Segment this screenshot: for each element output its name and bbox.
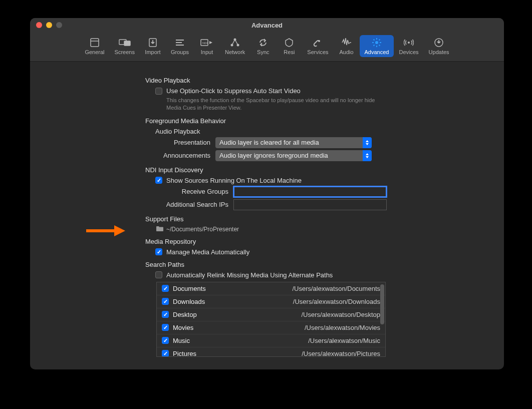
table-row[interactable]: Downloads/Users/alexwatson/Downloads (157, 295, 385, 308)
minimize-button[interactable] (46, 22, 52, 28)
toolbar-label: Audio (339, 49, 353, 55)
video-playback-heading: Video Playback (145, 77, 484, 84)
scrollbar[interactable] (380, 284, 384, 324)
toolbar-advanced[interactable]: Advanced (360, 35, 394, 57)
table-row[interactable]: Documents/Users/alexwatson/Documents (157, 282, 385, 295)
toolbar-groups[interactable]: Groups (166, 35, 194, 57)
toolbar-label: Screens (115, 49, 135, 55)
support-files-path: ~/Documents/ProPresenter (166, 226, 239, 233)
resi-icon (283, 37, 296, 48)
path-value: /Users/alexwatson/Desktop (238, 311, 380, 318)
path-checkbox[interactable] (162, 324, 169, 331)
ndi-heading: NDI Input Discovery (145, 166, 484, 174)
toolbar-label: Devices (399, 49, 418, 55)
presentation-select[interactable]: Audio layer is cleared for all media (215, 137, 372, 148)
toolbar-label: Advanced (365, 49, 389, 55)
path-value: /Users/alexwatson/Music (238, 337, 380, 344)
devices-icon (402, 37, 415, 48)
folder-icon (156, 226, 163, 233)
search-paths-heading: Search Paths (145, 261, 484, 268)
toolbar-updates[interactable]: Updates (424, 35, 454, 57)
table-row[interactable]: Pictures/Users/alexwatson/Pictures (157, 347, 385, 356)
content: Video Playback Use Option-Click to Suppr… (30, 62, 504, 369)
table-row[interactable]: Desktop/Users/alexwatson/Desktop (157, 308, 385, 321)
toolbar-import[interactable]: Import (140, 35, 166, 57)
toolbar-services[interactable]: Services (302, 35, 333, 57)
path-name: Documents (173, 285, 238, 292)
suppress-autostart-help: This changes the function of the Spaceba… (166, 97, 382, 112)
zoom-button[interactable] (56, 22, 62, 28)
svg-line-14 (235, 40, 238, 45)
svg-point-17 (408, 42, 410, 44)
toolbar-general[interactable]: General (80, 35, 109, 57)
table-row[interactable]: Movies/Users/alexwatson/Movies (157, 321, 385, 334)
presentation-select-value: Audio layer is cleared for all media (219, 139, 319, 146)
select-arrows-icon (363, 150, 372, 161)
additional-ips-input[interactable] (233, 199, 387, 210)
toolbar-input[interactable]: NDIInput (194, 35, 220, 57)
svg-point-15 (318, 40, 320, 42)
receive-groups-label: Receive Groups (50, 188, 233, 195)
svg-line-13 (232, 40, 235, 45)
toolbar-label: Import (145, 49, 160, 55)
show-sources-row: Show Sources Running On The Local Machin… (155, 177, 484, 184)
receive-groups-input[interactable] (233, 186, 387, 197)
path-name: Music (173, 337, 238, 344)
window-title: Advanced (30, 22, 504, 29)
select-arrows-icon (363, 137, 372, 148)
path-checkbox[interactable] (162, 337, 169, 344)
announcements-label: Announcements (50, 152, 215, 159)
toolbar-screens[interactable]: Screens (110, 35, 140, 57)
toolbar: GeneralScreensImportGroupsNDIInputNetwor… (30, 32, 504, 62)
support-files-path-row[interactable]: ~/Documents/ProPresenter (156, 226, 484, 233)
svg-rect-0 (91, 39, 99, 47)
additional-ips-label: Additional Search IPs (50, 201, 233, 208)
foreground-heading: Foreground Media Behavior (145, 117, 484, 125)
svg-rect-3 (124, 41, 130, 46)
path-checkbox[interactable] (162, 298, 169, 305)
toolbar-label: Resi (284, 49, 295, 55)
path-checkbox[interactable] (162, 311, 169, 318)
announcements-select[interactable]: Audio layer ignores foreground media (215, 150, 372, 161)
import-icon (146, 37, 159, 48)
suppress-autostart-row: Use Option-Click to Suppress Auto Start … (155, 87, 484, 95)
path-value: /Users/alexwatson/Downloads (238, 298, 380, 305)
toolbar-resi[interactable]: Resi (276, 35, 302, 57)
svg-point-16 (375, 41, 378, 44)
announcements-select-value: Audio layer ignores foreground media (219, 152, 328, 159)
manage-media-label: Manage Media Automatically (166, 248, 249, 256)
manage-media-checkbox[interactable] (155, 248, 162, 255)
toolbar-devices[interactable]: Devices (394, 35, 423, 57)
advanced-icon (370, 37, 383, 48)
input-icon: NDI (200, 37, 213, 48)
path-checkbox[interactable] (162, 350, 169, 356)
path-name: Desktop (173, 311, 238, 318)
network-icon (228, 37, 241, 48)
screens-icon (118, 37, 131, 48)
toolbar-label: Updates (429, 49, 449, 55)
suppress-autostart-label: Use Option-Click to Suppress Auto Start … (166, 87, 301, 95)
titlebar: Advanced (30, 18, 504, 32)
toolbar-audio[interactable]: Audio (334, 35, 360, 57)
support-files-heading: Support Files (145, 215, 484, 223)
suppress-autostart-checkbox[interactable] (155, 88, 162, 95)
preferences-window: Advanced GeneralScreensImportGroupsNDIIn… (30, 18, 504, 369)
path-value: /Users/alexwatson/Documents (238, 285, 380, 292)
toolbar-sync[interactable]: Sync (250, 35, 276, 57)
table-row[interactable]: Music/Users/alexwatson/Music (157, 334, 385, 347)
toolbar-network[interactable]: Network (220, 35, 250, 57)
sync-icon (256, 37, 270, 48)
relink-checkbox[interactable] (155, 271, 162, 278)
path-name: Downloads (173, 298, 238, 305)
path-value: /Users/alexwatson/Movies (238, 324, 380, 331)
relink-label: Automatically Relink Missing Media Using… (166, 271, 333, 279)
close-button[interactable] (36, 22, 42, 28)
toolbar-label: Groups (171, 49, 189, 55)
show-sources-checkbox[interactable] (155, 177, 162, 184)
services-icon (311, 37, 324, 48)
general-icon (88, 37, 101, 48)
relink-row: Automatically Relink Missing Media Using… (155, 271, 484, 279)
toolbar-label: Sync (257, 49, 269, 55)
toolbar-label: General (85, 49, 104, 55)
path-checkbox[interactable] (162, 285, 169, 292)
